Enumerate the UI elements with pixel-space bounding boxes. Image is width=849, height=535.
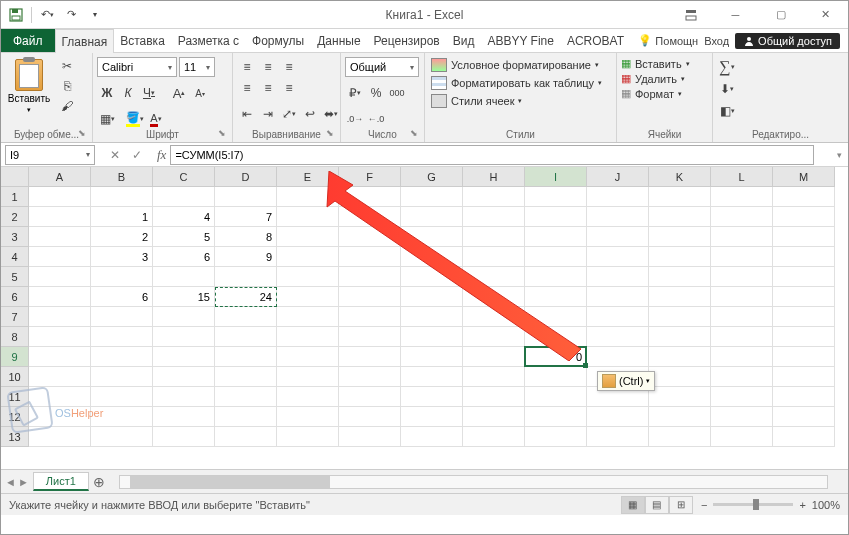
cell-A7[interactable]: [29, 307, 91, 327]
cell-A4[interactable]: [29, 247, 91, 267]
cell-F9[interactable]: [339, 347, 401, 367]
cell-D13[interactable]: [215, 427, 277, 447]
cell-L11[interactable]: [711, 387, 773, 407]
cell-F7[interactable]: [339, 307, 401, 327]
cell-C2[interactable]: 4: [153, 207, 215, 227]
col-header-A[interactable]: A: [29, 167, 91, 186]
enter-formula-icon[interactable]: ✓: [127, 148, 147, 162]
cell-E10[interactable]: [277, 367, 339, 387]
cell-B7[interactable]: [91, 307, 153, 327]
cell-M5[interactable]: [773, 267, 835, 287]
delete-cells-button[interactable]: ▦Удалить▾: [621, 72, 690, 85]
cell-J7[interactable]: [587, 307, 649, 327]
cell-M4[interactable]: [773, 247, 835, 267]
tab-abbyy[interactable]: ABBYY Fine: [481, 29, 560, 52]
accounting-format-icon[interactable]: ₽▾: [345, 83, 365, 103]
cell-L9[interactable]: [711, 347, 773, 367]
autosum-button[interactable]: ∑▾: [717, 57, 737, 77]
formula-bar-expand-icon[interactable]: ▾: [832, 150, 846, 160]
col-header-J[interactable]: J: [587, 167, 649, 186]
cell-D6[interactable]: 24: [215, 287, 277, 307]
cell-H11[interactable]: [463, 387, 525, 407]
cell-B6[interactable]: 6: [91, 287, 153, 307]
col-header-L[interactable]: L: [711, 167, 773, 186]
cell-C5[interactable]: [153, 267, 215, 287]
cell-H3[interactable]: [463, 227, 525, 247]
align-bottom-icon[interactable]: ≡: [279, 57, 299, 77]
name-box[interactable]: I9▾: [5, 145, 95, 165]
zoom-in-icon[interactable]: +: [799, 499, 805, 511]
align-center-icon[interactable]: ≡: [258, 78, 278, 98]
increase-indent-icon[interactable]: ⇥: [258, 104, 278, 124]
cell-J5[interactable]: [587, 267, 649, 287]
cell-K6[interactable]: [649, 287, 711, 307]
cell-F4[interactable]: [339, 247, 401, 267]
cell-G7[interactable]: [401, 307, 463, 327]
cell-J12[interactable]: [587, 407, 649, 427]
cell-M1[interactable]: [773, 187, 835, 207]
cell-M11[interactable]: [773, 387, 835, 407]
cell-F10[interactable]: [339, 367, 401, 387]
paste-options-button[interactable]: (Ctrl)▾: [597, 371, 655, 391]
cell-G2[interactable]: [401, 207, 463, 227]
cell-H13[interactable]: [463, 427, 525, 447]
cell-H9[interactable]: [463, 347, 525, 367]
cell-E13[interactable]: [277, 427, 339, 447]
cell-B10[interactable]: [91, 367, 153, 387]
align-right-icon[interactable]: ≡: [279, 78, 299, 98]
number-launcher-icon[interactable]: ⬊: [410, 128, 422, 140]
cell-D5[interactable]: [215, 267, 277, 287]
tab-review[interactable]: Рецензиров: [368, 29, 447, 52]
cell-D2[interactable]: 7: [215, 207, 277, 227]
row-headers[interactable]: 12345678910111213: [1, 187, 29, 447]
cell-K5[interactable]: [649, 267, 711, 287]
orientation-icon[interactable]: ⤢▾: [279, 104, 299, 124]
cell-I13[interactable]: [525, 427, 587, 447]
cell-G12[interactable]: [401, 407, 463, 427]
cell-A12[interactable]: [29, 407, 91, 427]
share-button[interactable]: Общий доступ: [735, 33, 840, 49]
cell-K13[interactable]: [649, 427, 711, 447]
cell-C10[interactable]: [153, 367, 215, 387]
cell-C13[interactable]: [153, 427, 215, 447]
cell-D11[interactable]: [215, 387, 277, 407]
cell-F8[interactable]: [339, 327, 401, 347]
zoom-slider[interactable]: [713, 503, 793, 506]
cell-C4[interactable]: 6: [153, 247, 215, 267]
cell-H2[interactable]: [463, 207, 525, 227]
cell-D7[interactable]: [215, 307, 277, 327]
font-launcher-icon[interactable]: ⬊: [218, 128, 230, 140]
row-header-13[interactable]: 13: [1, 427, 29, 447]
align-launcher-icon[interactable]: ⬊: [326, 128, 338, 140]
cell-A2[interactable]: [29, 207, 91, 227]
cell-F2[interactable]: [339, 207, 401, 227]
cell-G4[interactable]: [401, 247, 463, 267]
fx-icon[interactable]: fx: [153, 147, 170, 163]
cell-A9[interactable]: [29, 347, 91, 367]
cell-styles-button[interactable]: Стили ячеек▾: [429, 93, 604, 109]
cell-F11[interactable]: [339, 387, 401, 407]
sheet-tab[interactable]: Лист1: [33, 472, 89, 491]
save-icon[interactable]: [5, 4, 27, 26]
cell-K11[interactable]: [649, 387, 711, 407]
cell-K1[interactable]: [649, 187, 711, 207]
cell-A1[interactable]: [29, 187, 91, 207]
cell-B9[interactable]: [91, 347, 153, 367]
cell-B11[interactable]: [91, 387, 153, 407]
tab-data[interactable]: Данные: [311, 29, 367, 52]
cell-D1[interactable]: [215, 187, 277, 207]
row-header-12[interactable]: 12: [1, 407, 29, 427]
cell-A3[interactable]: [29, 227, 91, 247]
cell-G5[interactable]: [401, 267, 463, 287]
qat-customize-icon[interactable]: ▾: [84, 4, 106, 26]
tab-formulas[interactable]: Формулы: [246, 29, 311, 52]
cell-L10[interactable]: [711, 367, 773, 387]
cell-D4[interactable]: 9: [215, 247, 277, 267]
cell-C7[interactable]: [153, 307, 215, 327]
cell-B3[interactable]: 2: [91, 227, 153, 247]
cell-G10[interactable]: [401, 367, 463, 387]
col-header-E[interactable]: E: [277, 167, 339, 186]
cell-I1[interactable]: [525, 187, 587, 207]
cell-L5[interactable]: [711, 267, 773, 287]
cell-J8[interactable]: [587, 327, 649, 347]
